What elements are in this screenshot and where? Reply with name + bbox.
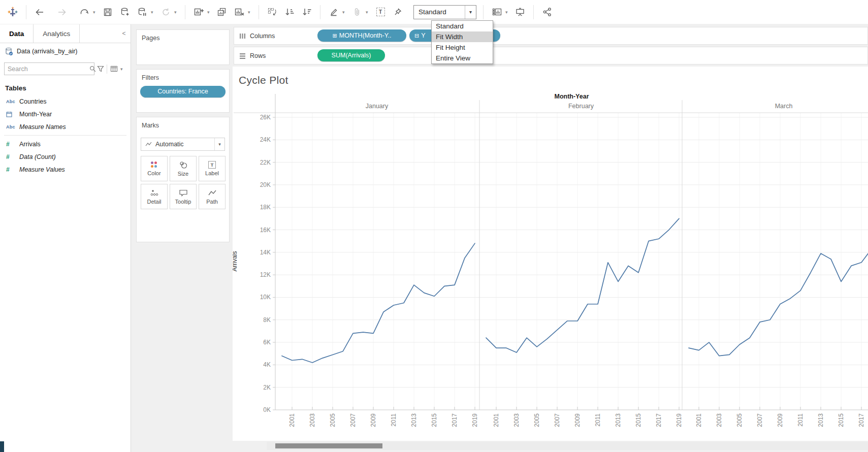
svg-text:2015: 2015	[838, 413, 845, 427]
attach-button[interactable]	[348, 2, 366, 22]
refresh-datasource-button[interactable]	[157, 2, 174, 22]
svg-text:12K: 12K	[260, 271, 271, 278]
filter-fields-icon[interactable]	[94, 66, 107, 72]
chevron-down-icon[interactable]: ▾	[248, 10, 254, 15]
color-button[interactable]: Color	[141, 156, 168, 181]
field-measure-names[interactable]: Abc Measure Names	[0, 120, 131, 133]
pause-datasource-button[interactable]	[134, 2, 151, 22]
new-datasource-button[interactable]	[116, 2, 134, 22]
fit-menu-option-standard[interactable]: Standard	[432, 21, 493, 31]
svg-text:2011: 2011	[797, 413, 804, 427]
presentation-mode-button[interactable]	[511, 2, 529, 22]
svg-text:24K: 24K	[260, 136, 271, 143]
fit-menu-option-fit-height[interactable]: Fit Height	[432, 42, 493, 53]
tooltip-icon	[179, 189, 188, 197]
clear-sheet-button[interactable]	[231, 2, 248, 22]
scrollbar-thumb[interactable]	[275, 443, 382, 448]
mark-type-value: Automatic	[155, 141, 184, 148]
chevron-down-icon[interactable]: ▾	[174, 10, 180, 15]
cycle-plot-chart[interactable]: 0K2K4K6K8K10K12K14K16K18K20K22K24K26K200…	[233, 67, 868, 441]
highlight-button[interactable]	[325, 2, 342, 22]
fields-divider	[4, 135, 126, 136]
undo-button[interactable]	[31, 2, 48, 22]
chevron-down-icon[interactable]: ▾	[214, 138, 224, 150]
detail-button[interactable]: Detail	[141, 184, 168, 209]
svg-text:0K: 0K	[263, 406, 271, 413]
fit-selector-value: Standard	[414, 8, 465, 16]
field-month-year[interactable]: Month-Year	[0, 108, 131, 120]
fit-menu-option-fit-width[interactable]: Fit Width	[432, 31, 493, 42]
text-label-button[interactable]: T	[372, 2, 389, 22]
field-countries[interactable]: Abc Countries	[0, 95, 131, 108]
path-button[interactable]: Path	[199, 184, 226, 209]
duplicate-sheet-button[interactable]	[213, 2, 231, 22]
pill-month-month-year[interactable]: ⊞MONTH(Month-Y..	[317, 29, 406, 42]
swap-rows-columns-button[interactable]	[264, 2, 281, 22]
line-mark-icon	[145, 142, 152, 147]
chevron-down-icon[interactable]: ▾	[505, 10, 511, 15]
chevron-down-icon[interactable]: ▾	[93, 10, 99, 15]
toolbar-separator	[26, 5, 26, 19]
share-button[interactable]	[538, 2, 556, 22]
chevron-down-icon[interactable]: ▾	[151, 10, 157, 15]
chevron-down-icon[interactable]: ▾	[366, 10, 372, 15]
marks-card[interactable]: Marks Automatic ▾ Color Size T Label	[136, 117, 230, 242]
filter-pill-countries-france[interactable]: Countries: France	[140, 86, 226, 98]
datasource-item[interactable]: Data (arrivals_by_air)	[0, 43, 131, 59]
fit-menu-option-entire-view[interactable]: Entire View	[432, 53, 493, 63]
svg-text:2013: 2013	[410, 413, 417, 427]
sort-ascending-button[interactable]	[281, 2, 298, 22]
svg-text:16K: 16K	[260, 227, 271, 234]
mark-type-selector[interactable]: Automatic ▾	[141, 138, 225, 151]
color-icon	[151, 162, 158, 169]
svg-text:2003: 2003	[309, 413, 316, 427]
svg-text:4K: 4K	[263, 361, 271, 368]
show-hide-cards-button[interactable]	[488, 2, 505, 22]
replay-button[interactable]	[76, 2, 93, 22]
chevron-down-icon[interactable]: ▾	[207, 10, 213, 15]
svg-text:22K: 22K	[260, 159, 271, 166]
search-box[interactable]	[4, 62, 94, 75]
pin-button[interactable]	[389, 2, 406, 22]
field-name: Measure Names	[19, 123, 66, 131]
expand-icon[interactable]: ⊞	[333, 33, 337, 39]
sort-descending-button[interactable]	[298, 2, 315, 22]
pages-shelf[interactable]: Pages	[136, 29, 230, 65]
collapse-pane-button[interactable]: <	[117, 24, 131, 43]
search-input[interactable]	[5, 66, 89, 73]
svg-text:14K: 14K	[260, 249, 271, 256]
field-name: Data (Count)	[19, 153, 56, 160]
save-button[interactable]	[99, 2, 116, 22]
chevron-down-icon[interactable]: ▾	[342, 10, 348, 15]
collapse-icon[interactable]: ⊟	[414, 33, 419, 39]
chevron-down-icon[interactable]: ▾	[465, 6, 476, 19]
cards-column: Pages Filters Countries: France Marks Au…	[131, 24, 232, 452]
svg-text:10K: 10K	[260, 294, 271, 301]
redo-button[interactable]	[53, 2, 71, 22]
pill-sum-arrivals[interactable]: SUM(Arrivals)	[317, 49, 385, 61]
chevron-down-icon[interactable]: ▾	[120, 67, 123, 72]
label-button[interactable]: T Label	[199, 156, 226, 181]
toolbar-separator	[259, 5, 259, 19]
datasource-name: Data (arrivals_by_air)	[17, 48, 77, 55]
sheet-title: Cycle Plot	[239, 74, 288, 86]
svg-text:2005: 2005	[329, 413, 336, 427]
svg-text:2019: 2019	[676, 413, 683, 427]
field-data-count[interactable]: # Data (Count)	[0, 150, 131, 163]
tooltip-button[interactable]: Tooltip	[170, 184, 197, 209]
tab-data[interactable]: Data	[0, 24, 34, 43]
tables-header: Tables	[0, 78, 131, 95]
tab-analytics[interactable]: Analytics	[34, 24, 80, 43]
pages-label: Pages	[137, 30, 229, 42]
field-name: Month-Year	[19, 111, 52, 118]
horizontal-scrollbar[interactable]	[267, 442, 868, 450]
view-options-icon[interactable]	[107, 66, 120, 72]
fit-selector[interactable]: Standard ▾	[413, 5, 476, 19]
filters-shelf[interactable]: Filters Countries: France	[136, 69, 230, 113]
field-measure-values[interactable]: # Measure Values	[0, 163, 131, 176]
new-worksheet-button[interactable]	[190, 2, 207, 22]
size-button[interactable]: Size	[170, 156, 197, 181]
field-arrivals[interactable]: # Arrivals	[0, 138, 131, 150]
toolbar-separator	[320, 5, 320, 19]
svg-text:2019: 2019	[471, 413, 478, 427]
